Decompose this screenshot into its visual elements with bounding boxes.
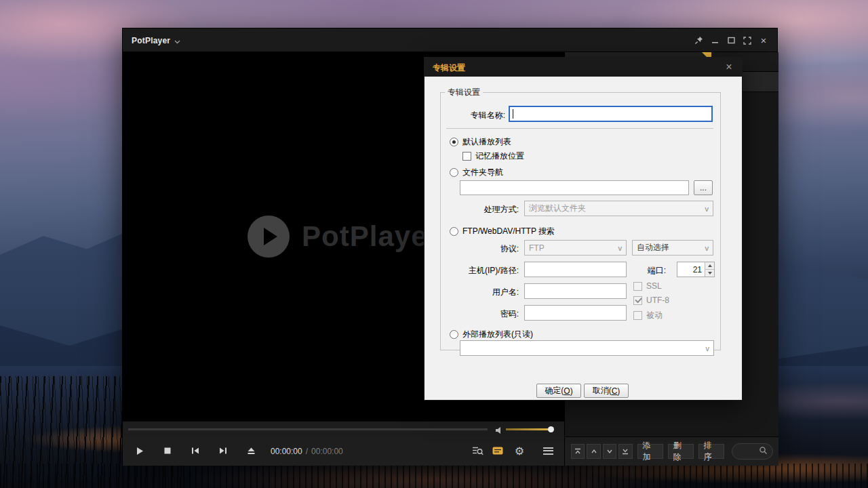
radio-icon bbox=[450, 227, 458, 236]
checkbox-remember-position[interactable]: 记忆播放位置 bbox=[462, 150, 524, 162]
settings-gear-icon[interactable]: ⚙ bbox=[508, 439, 531, 462]
spinner-down-button[interactable] bbox=[705, 269, 714, 277]
subtitle-icon[interactable] bbox=[486, 439, 509, 462]
checkbox-label: SSL bbox=[646, 281, 662, 291]
checkbox-icon bbox=[633, 311, 642, 320]
album-settings-group: 专辑设置 专辑名称: 默认播放列表 记忆播放位置 文件夹导航 ... 处理方式:… bbox=[440, 87, 721, 350]
fullscreen-button[interactable] bbox=[739, 28, 755, 52]
port-label: 端口: bbox=[618, 265, 666, 277]
radio-folder-navigation[interactable]: 文件夹导航 bbox=[450, 167, 503, 178]
seek-bar[interactable] bbox=[128, 428, 488, 430]
handling-select[interactable]: 浏览默认文件夹 v bbox=[524, 201, 713, 216]
separator-line bbox=[446, 128, 713, 129]
playlist-delete-button[interactable]: 删除 bbox=[668, 444, 694, 459]
cancel-button[interactable]: 取消(C) bbox=[584, 384, 629, 398]
select-value: FTP bbox=[529, 243, 545, 253]
stop-button[interactable] bbox=[156, 439, 179, 462]
playlist-sort-button[interactable]: 排序 bbox=[698, 444, 724, 459]
open-eject-button[interactable] bbox=[239, 439, 262, 462]
username-label: 用户名: bbox=[441, 287, 519, 298]
checkbox-label: 被动 bbox=[646, 310, 663, 321]
checkbox-icon bbox=[462, 152, 471, 161]
time-display: 00:00:00 / 00:00:00 bbox=[271, 436, 343, 466]
window-title: PotPlayer bbox=[132, 36, 170, 45]
password-label: 密码: bbox=[441, 308, 519, 320]
checkbox-ssl[interactable]: SSL bbox=[633, 281, 662, 291]
control-bar: 00:00:00 / 00:00:00 ⚙ bbox=[123, 436, 564, 466]
radio-default-playlist[interactable]: 默认播放列表 bbox=[450, 136, 511, 148]
minimize-button[interactable] bbox=[707, 28, 723, 52]
host-label: 主机(IP)/路径: bbox=[441, 265, 519, 277]
radio-label: 默认播放列表 bbox=[462, 136, 511, 148]
volume-icon[interactable] bbox=[495, 425, 503, 437]
radio-label: 外部播放列表(只读) bbox=[462, 329, 533, 340]
browse-button[interactable]: ... bbox=[694, 180, 713, 195]
ok-button[interactable]: 确定(O) bbox=[536, 384, 581, 398]
previous-button[interactable] bbox=[184, 439, 207, 462]
password-input[interactable] bbox=[524, 305, 627, 321]
checkbox-checked-icon bbox=[633, 296, 642, 305]
group-title: 专辑设置 bbox=[445, 87, 483, 98]
time-current: 00:00:00 bbox=[271, 447, 302, 456]
album-name-input[interactable] bbox=[509, 106, 713, 122]
select-value: 自动选择 bbox=[637, 242, 669, 253]
radio-icon bbox=[450, 330, 458, 339]
chevron-down-icon: v bbox=[706, 344, 710, 352]
external-playlist-select[interactable]: v bbox=[460, 340, 714, 356]
titlebar[interactable]: PotPlayer × bbox=[123, 28, 777, 52]
wallpaper-reeds-strip bbox=[0, 464, 868, 488]
dialog-close-button[interactable]: × bbox=[722, 60, 736, 74]
checkbox-passive[interactable]: 被动 bbox=[633, 310, 663, 321]
radio-icon bbox=[450, 168, 458, 177]
play-button[interactable] bbox=[128, 439, 151, 462]
radio-ftp-search[interactable]: FTP/WebDAV/HTTP 搜索 bbox=[450, 226, 555, 237]
watermark-text: PotPlayer bbox=[302, 220, 439, 253]
protocol-select[interactable]: FTP v bbox=[524, 240, 627, 256]
checkbox-label: 记忆播放位置 bbox=[475, 150, 524, 162]
app-menu-button[interactable]: PotPlayer bbox=[132, 28, 180, 52]
play-logo-icon bbox=[248, 216, 290, 258]
next-button[interactable] bbox=[212, 439, 235, 462]
checkbox-utf8[interactable]: UTF-8 bbox=[633, 296, 669, 305]
pin-button[interactable] bbox=[690, 28, 707, 52]
move-up-button[interactable] bbox=[587, 444, 600, 459]
dialog-title: 专辑设置 bbox=[433, 62, 465, 74]
volume-knob[interactable] bbox=[548, 426, 554, 432]
radio-external-playlist[interactable]: 外部播放列表(只读) bbox=[450, 329, 533, 340]
checkbox-label: UTF-8 bbox=[646, 296, 669, 305]
time-total: 00:00:00 bbox=[311, 447, 343, 456]
chevron-down-icon bbox=[174, 35, 180, 47]
chevron-down-icon: v bbox=[705, 205, 709, 213]
playlist-search-input[interactable] bbox=[732, 443, 773, 460]
close-button[interactable]: × bbox=[755, 28, 772, 52]
menu-icon[interactable] bbox=[536, 439, 559, 462]
potplayer-watermark: PotPlayer bbox=[248, 216, 439, 258]
volume-slider[interactable] bbox=[506, 428, 551, 430]
album-settings-dialog: 专辑设置 × 专辑设置 专辑名称: 默认播放列表 记忆播放位置 文件夹导航 ..… bbox=[424, 57, 743, 401]
dialog-titlebar[interactable]: 专辑设置 × bbox=[425, 58, 742, 77]
move-top-button[interactable] bbox=[571, 444, 585, 459]
host-input[interactable] bbox=[524, 262, 627, 277]
text-caret bbox=[513, 109, 513, 119]
encoding-select[interactable]: 自动选择 v bbox=[632, 240, 713, 256]
spinner-up-button[interactable] bbox=[705, 262, 714, 269]
checkbox-icon bbox=[633, 282, 642, 291]
port-value: 21 bbox=[677, 262, 705, 277]
chevron-down-icon: v bbox=[618, 244, 623, 252]
playlist-bottom-bar: 添加 删除 排序 bbox=[565, 436, 778, 466]
folder-path-input[interactable] bbox=[460, 180, 689, 195]
maximize-button[interactable] bbox=[723, 28, 739, 52]
window-controls: × bbox=[690, 28, 772, 52]
playlist-search-toggle-icon[interactable] bbox=[466, 439, 489, 462]
move-down-button[interactable] bbox=[603, 444, 616, 459]
chevron-down-icon: v bbox=[705, 244, 709, 252]
seek-bar-row bbox=[123, 421, 564, 436]
select-value: 浏览默认文件夹 bbox=[529, 203, 586, 214]
port-spinner[interactable]: 21 bbox=[677, 262, 715, 277]
playlist-add-button[interactable]: 添加 bbox=[637, 444, 663, 459]
username-input[interactable] bbox=[524, 283, 627, 299]
move-bottom-button[interactable] bbox=[618, 444, 632, 459]
handling-label: 处理方式: bbox=[441, 204, 519, 216]
search-icon bbox=[759, 445, 768, 458]
radio-label: 文件夹导航 bbox=[462, 167, 503, 178]
